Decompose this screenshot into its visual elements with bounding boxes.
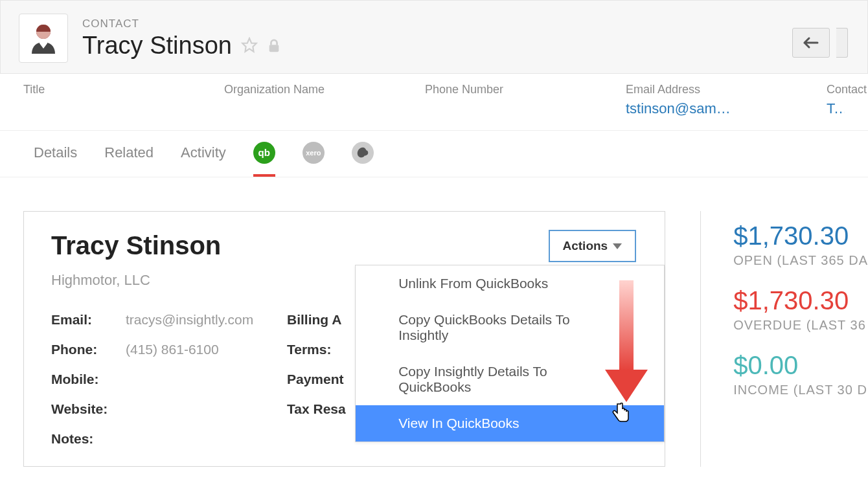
summary-fields: Title Organization Name Phone Number Ema… (0, 74, 868, 131)
actions-button-label: Actions (563, 239, 608, 253)
label-billing-address: Billing A (287, 312, 361, 328)
field-label-phone: Phone Number (425, 83, 619, 96)
lock-icon[interactable] (267, 32, 281, 60)
field-label-email: Email Address (626, 83, 820, 96)
svg-marker-2 (242, 38, 257, 52)
menu-item-view-in-quickbooks[interactable]: View In QuickBooks (356, 405, 664, 442)
stat-open-label: OPEN (LAST 365 DA (733, 253, 868, 268)
mailchimp-icon (352, 142, 374, 164)
tab-quickbooks[interactable]: qb (253, 131, 275, 177)
field-label-owner: Contact (827, 83, 845, 96)
quickbooks-icon: qb (253, 142, 275, 164)
label-terms: Terms: (287, 342, 361, 357)
menu-item-unlink[interactable]: Unlink From QuickBooks (356, 265, 664, 302)
quickbooks-panel: Tracy Stinson Highmotor, LLC Actions Unl… (0, 177, 868, 467)
star-icon[interactable] (241, 32, 258, 60)
menu-item-copy-insightly-to-qb[interactable]: Copy Insightly Details To QuickBooks (356, 353, 664, 405)
next-button-partial[interactable] (836, 28, 848, 58)
label-website: Website: (51, 401, 126, 417)
contact-name: Tracy Stinson (82, 32, 232, 60)
svg-rect-3 (269, 45, 279, 52)
actions-menu: Unlink From QuickBooks Copy QuickBooks D… (355, 265, 665, 442)
field-label-title: Title (23, 83, 218, 96)
stat-income-label: INCOME (LAST 30 D (733, 383, 868, 397)
person-icon (27, 21, 60, 55)
tab-mailchimp[interactable] (352, 131, 374, 177)
tab-xero[interactable]: xero (303, 131, 325, 177)
label-mobile: Mobile: (51, 372, 126, 387)
stat-open-amount: $1,730.30 (733, 221, 868, 251)
avatar[interactable] (19, 14, 68, 63)
menu-item-copy-qb-to-insightly[interactable]: Copy QuickBooks Details To Insightly (356, 302, 664, 353)
label-notes: Notes: (51, 431, 126, 447)
record-type-label: CONTACT (82, 17, 281, 30)
tab-activity[interactable]: Activity (181, 131, 226, 177)
label-payment: Payment (287, 372, 361, 387)
contact-card: Tracy Stinson Highmotor, LLC Actions Unl… (23, 211, 665, 467)
xero-icon: xero (303, 142, 325, 164)
stat-overdue-label: OVERDUE (LAST 36 (733, 318, 868, 333)
label-email: Email: (51, 312, 126, 328)
owner-link[interactable]: Tony J (827, 100, 845, 117)
page-header: CONTACT Tracy Stinson (0, 0, 868, 74)
label-phone: Phone: (51, 342, 126, 357)
tab-details[interactable]: Details (34, 131, 77, 177)
chevron-down-icon (613, 243, 622, 249)
financial-stats: $1,730.30 OPEN (LAST 365 DA $1,730.30 OV… (733, 211, 868, 467)
value-email: tracys@insightly.com (126, 312, 253, 328)
actions-button[interactable]: Actions (549, 230, 637, 262)
field-label-organization: Organization Name (224, 83, 418, 96)
tab-bar: Details Related Activity qb xero (0, 131, 868, 177)
label-tax: Tax Resa (287, 401, 361, 417)
value-phone: (415) 861-6100 (126, 342, 219, 357)
back-button[interactable] (792, 28, 830, 58)
vertical-divider (700, 211, 701, 467)
stat-overdue-amount: $1,730.30 (733, 286, 868, 315)
email-link[interactable]: tstinson@sam… (626, 100, 820, 117)
stat-income-amount: $0.00 (733, 351, 868, 380)
tab-related[interactable]: Related (104, 131, 154, 177)
